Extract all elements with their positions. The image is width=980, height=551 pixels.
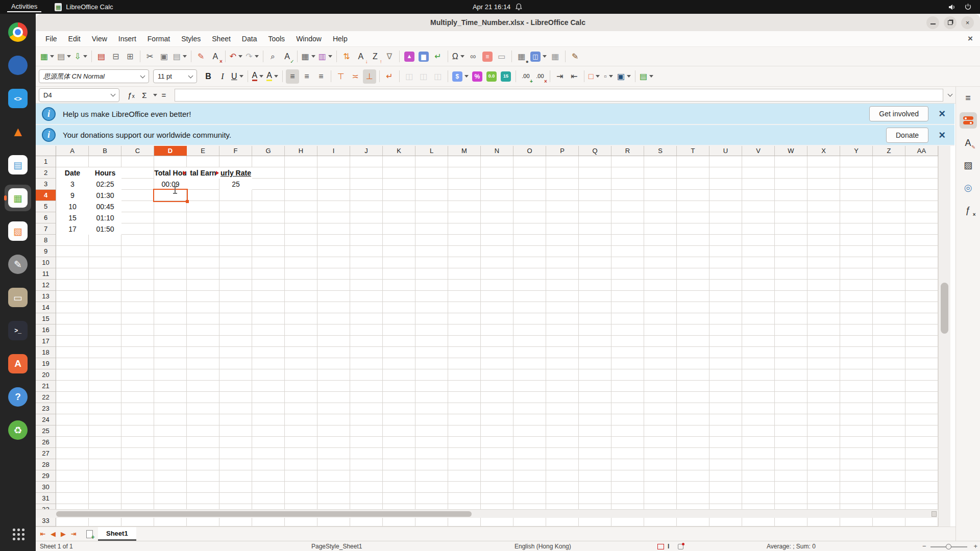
border-color-dropdown[interactable] (627, 75, 631, 78)
insert-comment-button[interactable]: ≡ (481, 49, 494, 64)
dock-item-vlc[interactable]: ▲ (5, 118, 31, 145)
row-header-27[interactable]: 27 (36, 448, 56, 459)
cell-A5[interactable]: 10 (56, 201, 89, 212)
row-header-19[interactable]: 19 (36, 358, 56, 369)
row-header-10[interactable]: 10 (36, 257, 56, 268)
menu-styles[interactable]: Styles (176, 33, 206, 45)
row-header-5[interactable]: 5 (36, 201, 56, 212)
menu-sheet[interactable]: Sheet (206, 33, 236, 45)
cell-D3[interactable]: 00:09 (154, 179, 187, 190)
row-header-31[interactable]: 31 (36, 493, 56, 504)
dock-item-libreoffice-calc[interactable]: ▦ (5, 185, 31, 211)
sort-descending-button[interactable]: Z↑ (369, 49, 382, 64)
column-header-H[interactable]: H (285, 146, 317, 156)
row-header-17[interactable]: 17 (36, 336, 56, 347)
save-button[interactable]: ⇩ (73, 49, 88, 64)
find-and-replace-button[interactable]: ⌕ (266, 49, 280, 64)
highlighting-color-button[interactable]: A (265, 69, 279, 84)
get-involved-button[interactable]: Get involved (869, 106, 928, 121)
column-header-P[interactable]: P (546, 146, 579, 156)
column-header-F[interactable]: F (219, 146, 252, 156)
dock-item-google-chrome[interactable] (5, 19, 31, 45)
format-as-number-button[interactable]: 0.0 (485, 69, 498, 84)
border-color-button[interactable]: ▣ (616, 69, 632, 84)
print-button[interactable]: ⊟ (109, 49, 122, 64)
insert-chart-button[interactable]: ▆ (417, 49, 430, 64)
export-as-pdf-button[interactable]: ▤ (95, 49, 108, 64)
row-header-12[interactable]: 12 (36, 280, 56, 291)
row-header-18[interactable]: 18 (36, 347, 56, 358)
horizontal-scrollbar-thumb[interactable] (56, 511, 472, 517)
borders-dropdown[interactable] (596, 75, 600, 78)
open-file-dropdown[interactable] (67, 55, 71, 58)
split-window-dropdown[interactable] (543, 55, 547, 58)
cell-B7[interactable]: 01:50 (89, 223, 121, 235)
insert-pivot-table-button[interactable]: ↵ (431, 49, 445, 64)
column-header-S[interactable]: S (644, 146, 677, 156)
cell-grid[interactable]: DateHoursTotal Houtal Earnurly Rate302:2… (56, 156, 938, 527)
conditional-formatting-dropdown[interactable] (649, 75, 653, 78)
column-header-X[interactable]: X (807, 146, 840, 156)
undo-dropdown[interactable] (238, 55, 242, 58)
freeze-rows-and-columns-button[interactable]: ▦● (515, 49, 528, 64)
add-sheet-button[interactable]: + (84, 529, 95, 540)
column-header-C[interactable]: C (121, 146, 154, 156)
cell-B4[interactable]: 01:30 (89, 190, 121, 201)
new-document-dropdown[interactable] (50, 55, 54, 58)
column-header-Q[interactable]: Q (579, 146, 611, 156)
wrap-text-button[interactable]: ↵ (383, 69, 396, 84)
close-infobar-icon[interactable]: × (936, 107, 948, 120)
cell-B5[interactable]: 00:45 (89, 201, 121, 212)
zoom-in-button[interactable]: + (973, 542, 977, 550)
column-header-U[interactable]: U (709, 146, 742, 156)
column-header-K[interactable]: K (383, 146, 415, 156)
highlighting-color-dropdown[interactable] (274, 75, 278, 78)
horizontal-scrollbar[interactable] (36, 509, 938, 518)
digital-signature-icon[interactable] (678, 544, 683, 549)
font-color-dropdown[interactable] (259, 75, 263, 78)
format-as-currency-button[interactable]: $ (451, 69, 470, 84)
show-applications-button[interactable] (5, 520, 31, 547)
dock-item-gimp[interactable]: ✎ (5, 251, 31, 278)
row-header-24[interactable]: 24 (36, 414, 56, 425)
column-header-J[interactable]: J (350, 146, 383, 156)
increase-indent-button[interactable]: ⇥ (553, 69, 567, 84)
row-header-16[interactable]: 16 (36, 324, 56, 336)
insert-special-characters-dropdown[interactable] (460, 55, 464, 58)
dock-item-terminal[interactable]: >_ (5, 317, 31, 344)
last-sheet-button[interactable]: ⇥ (68, 529, 79, 540)
select-function-dropdown[interactable] (153, 94, 157, 96)
save-dropdown[interactable] (83, 55, 87, 58)
column-header-O[interactable]: O (513, 146, 546, 156)
borders-button[interactable]: □ (587, 69, 601, 84)
format-as-currency-dropdown[interactable] (464, 75, 469, 78)
align-right-button[interactable]: ≡ (314, 69, 328, 84)
row-header-7[interactable]: 7 (36, 223, 56, 235)
spelling-button[interactable]: A✓ (281, 49, 294, 64)
dock-item-help[interactable]: ? (5, 384, 31, 410)
clock-menu[interactable]: Apr 21 16:14 (473, 0, 522, 14)
column-header-N[interactable]: N (481, 146, 513, 156)
underline-button[interactable]: U (230, 69, 244, 84)
function-wizard-button[interactable]: ƒx (125, 89, 138, 101)
formula-button[interactable]: = (157, 89, 170, 101)
page-style-status[interactable]: PageStyle_Sheet1 (311, 543, 362, 550)
open-file-button[interactable]: ▤ (56, 49, 72, 64)
activities-button[interactable]: Activities (7, 2, 41, 12)
split-handle[interactable] (932, 511, 937, 517)
row-header-14[interactable]: 14 (36, 302, 56, 313)
menu-insert[interactable]: Insert (113, 33, 142, 45)
new-document-button[interactable]: ▦ (39, 49, 55, 64)
row-header-3[interactable]: 3 (36, 179, 56, 190)
paste-button[interactable]: ▤ (172, 49, 188, 64)
row-header-29[interactable]: 29 (36, 470, 56, 482)
add-decimal-place-button[interactable]: .00+ (519, 69, 532, 84)
insert-hyperlink-button[interactable]: ∞ (467, 49, 480, 64)
first-sheet-button[interactable]: ⇤ (38, 529, 48, 540)
column-header-G[interactable]: G (252, 146, 285, 156)
font-color-button[interactable]: A (251, 69, 265, 84)
column-header-Z[interactable]: Z (873, 146, 905, 156)
cell-A7[interactable]: 17 (56, 223, 89, 235)
column-header-V[interactable]: V (742, 146, 775, 156)
column-header-B[interactable]: B (89, 146, 121, 156)
